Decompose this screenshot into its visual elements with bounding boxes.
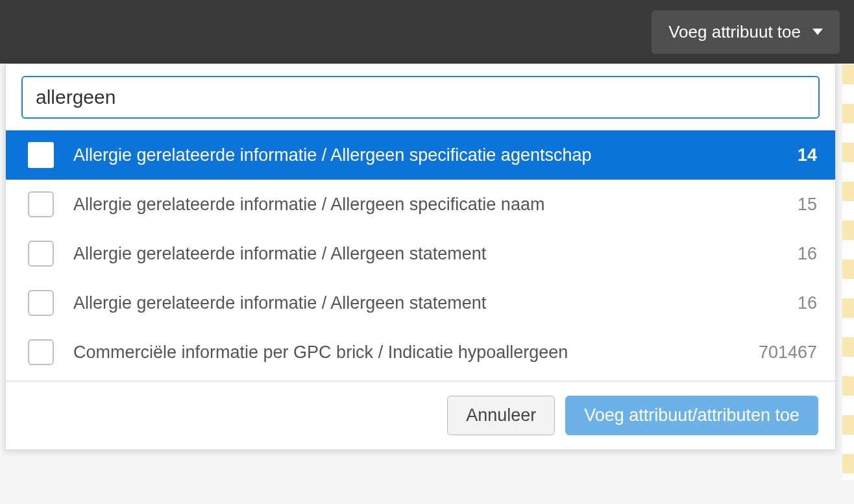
add-attribute-dropdown-button[interactable]: Voeg attribuut toe: [652, 10, 840, 54]
dialog-footer: Annuleer Voeg attribuut/attributen toe: [6, 381, 835, 450]
chevron-down-icon: [812, 29, 823, 35]
list-item[interactable]: Allergie gerelateerde informatie / Aller…: [6, 130, 835, 180]
list-item-count: 16: [798, 244, 817, 264]
list-item-label: Allergie gerelateerde informatie / Aller…: [73, 244, 785, 264]
list-item-count: 15: [798, 195, 817, 215]
checkbox[interactable]: [28, 191, 54, 217]
attribute-dropdown-panel: Allergie gerelateerde informatie / Aller…: [5, 64, 836, 450]
search-input[interactable]: [21, 76, 820, 119]
list-item-count: 16: [798, 293, 817, 313]
list-item-label: Allergie gerelateerde informatie / Aller…: [73, 293, 785, 313]
list-item-label: Allergie gerelateerde informatie / Aller…: [73, 195, 785, 215]
checkbox[interactable]: [28, 339, 54, 365]
list-item[interactable]: Allergie gerelateerde informatie / Aller…: [6, 229, 835, 278]
checkbox[interactable]: [28, 142, 54, 168]
list-item-count: 14: [798, 145, 817, 165]
list-item[interactable]: Allergie gerelateerde informatie / Aller…: [6, 180, 835, 229]
add-attributes-button[interactable]: Voeg attribuut/attributen toe: [565, 396, 818, 435]
attribute-list: Allergie gerelateerde informatie / Aller…: [6, 130, 835, 377]
list-item-label: Commerciële informatie per GPC brick / I…: [73, 342, 746, 363]
checkbox[interactable]: [28, 290, 54, 316]
list-item-label: Allergie gerelateerde informatie / Aller…: [73, 145, 785, 165]
add-attribute-label: Voeg attribuut toe: [668, 22, 801, 42]
list-item[interactable]: Commerciële informatie per GPC brick / I…: [6, 328, 835, 377]
search-wrapper: [6, 64, 835, 130]
background-strip: [842, 65, 854, 480]
list-item-count: 701467: [759, 342, 817, 363]
checkbox[interactable]: [28, 241, 54, 267]
list-item[interactable]: Allergie gerelateerde informatie / Aller…: [6, 278, 835, 328]
cancel-button[interactable]: Annuleer: [447, 396, 555, 435]
toolbar: Voeg attribuut toe: [0, 0, 854, 64]
